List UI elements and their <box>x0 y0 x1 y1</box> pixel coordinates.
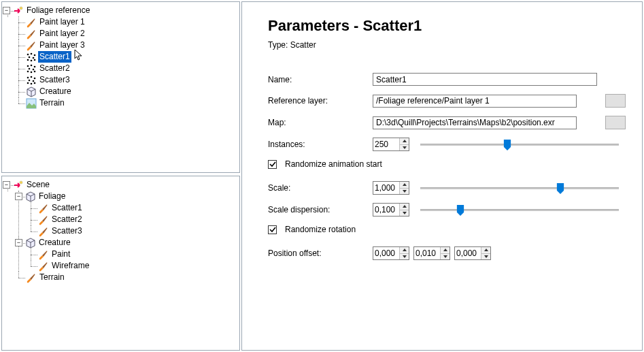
tree-node[interactable]: Paint layer 1 <box>26 16 237 28</box>
ref-layer-input[interactable] <box>373 95 577 108</box>
scale-input[interactable] <box>373 182 399 194</box>
tree-label: Scatter1 <box>38 51 71 63</box>
slider-thumb[interactable] <box>557 183 564 194</box>
pos-offset-z-stepper[interactable] <box>454 246 491 260</box>
scale-stepper[interactable] <box>373 181 409 195</box>
label-ref-layer: Reference layer: <box>268 96 369 106</box>
tree-node[interactable]: Paint layer 3 <box>26 39 237 51</box>
label-pos-offset: Position offset: <box>268 249 369 258</box>
tree-label: Scene <box>25 179 51 191</box>
map-browse-button[interactable] <box>605 116 626 129</box>
slider-track <box>420 187 619 189</box>
label-rand-rot: Randomize rotation <box>285 225 356 234</box>
pos-offset-z-input[interactable] <box>455 247 481 259</box>
tree-node[interactable]: Scatter2 <box>38 214 237 225</box>
expander-icon[interactable]: − <box>3 181 10 189</box>
ref-layer-browse-button[interactable] <box>605 94 626 108</box>
scale-disp-slider[interactable] <box>418 203 622 217</box>
tree-label: Scatter3 <box>50 225 84 237</box>
spin-down-icon[interactable] <box>481 254 490 260</box>
pos-offset-x-stepper[interactable] <box>373 246 409 260</box>
label-scale: Scale: <box>268 183 369 193</box>
instances-input[interactable] <box>373 138 399 150</box>
check-icon <box>269 226 276 233</box>
brush-icon <box>26 272 37 283</box>
tree-node[interactable]: Terrain <box>26 97 237 109</box>
slider-thumb[interactable] <box>504 140 511 150</box>
brush-icon <box>38 214 49 225</box>
tree-node[interactable]: − Foliage <box>26 191 237 202</box>
brush-icon <box>38 249 49 260</box>
brush-icon <box>26 29 37 39</box>
tree-label: Scatter2 <box>38 63 71 74</box>
tree-label: Foliage reference <box>25 5 91 16</box>
brush-icon <box>38 261 49 272</box>
tree-node[interactable]: Paint layer 2 <box>26 28 237 39</box>
rand-anim-checkbox[interactable] <box>268 160 277 169</box>
brush-icon <box>38 203 49 214</box>
tree-node-foliage-reference[interactable]: − Foliage reference <box>14 5 237 16</box>
tree-label: Wireframe <box>50 260 90 272</box>
tree-node-scatter1[interactable]: Scatter1 <box>26 51 237 63</box>
tree-node[interactable]: Terrain <box>26 272 237 283</box>
slider-thumb[interactable] <box>457 205 464 216</box>
tree-label: Creature <box>37 237 72 249</box>
scale-disp-stepper[interactable] <box>373 203 409 217</box>
instances-slider[interactable] <box>418 138 622 151</box>
spin-down-icon[interactable] <box>400 189 409 195</box>
spin-up-icon[interactable] <box>400 204 409 210</box>
parameters-panel: Parameters - Scatter1 Type: Scatter Name… <box>241 1 643 351</box>
tree-label: Terrain <box>38 272 66 283</box>
tree-node[interactable]: Wireframe <box>38 260 237 272</box>
arrow-icon <box>13 180 24 191</box>
spin-up-icon[interactable] <box>481 247 490 254</box>
expander-icon[interactable]: − <box>3 7 10 14</box>
tree-node[interactable]: Creature <box>26 86 237 97</box>
instances-stepper[interactable] <box>373 138 409 151</box>
spin-down-icon[interactable] <box>400 145 409 151</box>
scale-slider[interactable] <box>418 181 622 195</box>
check-icon <box>269 161 276 167</box>
spin-up-icon[interactable] <box>400 247 409 254</box>
label-scale-disp: Scale dispersion: <box>268 205 369 214</box>
pos-offset-y-input[interactable] <box>414 247 440 259</box>
tree-node[interactable]: Scatter2 <box>26 63 237 74</box>
expander-icon[interactable]: − <box>15 239 22 246</box>
scale-disp-input[interactable] <box>373 204 399 216</box>
tree-label: Scatter2 <box>50 214 84 225</box>
expander-icon[interactable]: − <box>15 193 22 200</box>
tree-node[interactable]: Scatter1 <box>38 202 237 214</box>
name-input[interactable] <box>373 73 597 86</box>
slider-track <box>420 209 619 211</box>
tree-node[interactable]: Scatter3 <box>26 74 237 86</box>
scene-tree[interactable]: − Scene − Foliage <box>4 179 237 283</box>
tree-node-scene[interactable]: − Scene <box>14 179 237 191</box>
tree-node[interactable]: Paint <box>38 249 237 260</box>
tree-node[interactable]: Scatter3 <box>38 225 237 237</box>
spin-down-icon[interactable] <box>400 254 409 260</box>
spin-up-icon[interactable] <box>441 247 450 254</box>
spin-up-icon[interactable] <box>400 182 409 189</box>
type-line: Type: Scatter <box>268 40 626 50</box>
scatter-icon <box>26 52 37 63</box>
spin-up-icon[interactable] <box>400 138 409 145</box>
label-instances: Instances: <box>268 140 369 149</box>
foliage-tree[interactable]: − Foliage reference Paint layer 1 Paint … <box>4 5 237 109</box>
pos-offset-y-stepper[interactable] <box>413 246 450 260</box>
map-input[interactable] <box>373 116 577 129</box>
tree-node[interactable]: − Creature <box>26 237 237 249</box>
tree-label: Scatter3 <box>38 74 71 86</box>
tree-label: Foliage <box>37 191 67 202</box>
cube-icon <box>25 238 36 249</box>
rand-rot-checkbox[interactable] <box>268 225 277 234</box>
page-title: Parameters - Scatter1 <box>268 17 626 35</box>
scatter-icon <box>26 63 37 74</box>
tree-label: Paint layer 1 <box>38 16 86 28</box>
pos-offset-x-input[interactable] <box>373 247 399 259</box>
brush-icon <box>38 226 49 237</box>
cube-icon <box>25 191 36 202</box>
brush-icon <box>26 17 37 28</box>
terrain-icon <box>26 98 37 109</box>
spin-down-icon[interactable] <box>400 210 409 217</box>
spin-down-icon[interactable] <box>441 254 450 260</box>
